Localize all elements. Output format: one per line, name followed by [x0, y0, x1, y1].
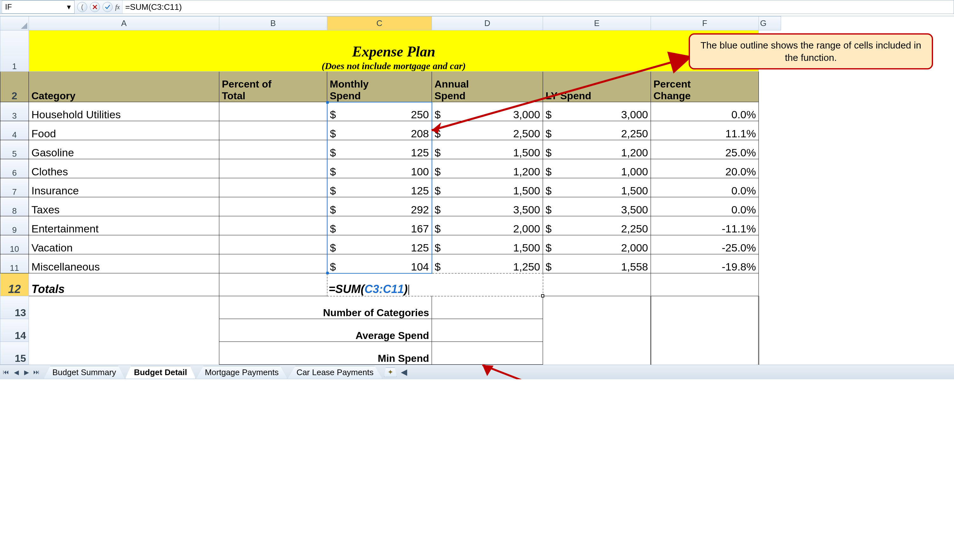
cell-D9[interactable]: $2,000	[432, 216, 543, 235]
header-percent-change[interactable]: Percent Change	[651, 72, 759, 102]
cell-A6[interactable]: Clothes	[29, 159, 219, 178]
label-num-categories[interactable]: Number of Categories	[219, 296, 432, 319]
cell-F8[interactable]: 0.0%	[651, 197, 759, 216]
row-head-4[interactable]: 4	[0, 121, 29, 140]
sheet-tab-budget-detail[interactable]: Budget Detail	[125, 366, 196, 379]
cell-C4[interactable]: $208	[327, 121, 432, 140]
header-category[interactable]: Category	[29, 72, 219, 102]
cell-C11[interactable]: $104	[327, 254, 432, 273]
cell-F5[interactable]: 25.0%	[651, 140, 759, 159]
cell-E7[interactable]: $1,500	[543, 178, 651, 197]
sheet-tab-budget-summary[interactable]: Budget Summary	[44, 366, 125, 379]
formula-enter-button[interactable]	[103, 2, 113, 12]
cell-E10[interactable]: $2,000	[543, 235, 651, 254]
formula-input[interactable]	[122, 0, 954, 14]
cell-B3[interactable]	[219, 102, 327, 121]
tab-nav-next[interactable]: ▶	[22, 367, 31, 377]
cell-F3[interactable]: 0.0%	[651, 102, 759, 121]
cell-B4[interactable]	[219, 121, 327, 140]
tab-nav-first[interactable]: ⏮	[1, 367, 11, 377]
cell-C5[interactable]: $125	[327, 140, 432, 159]
cell-A4[interactable]: Food	[29, 121, 219, 140]
cell-D3[interactable]: $3,000	[432, 102, 543, 121]
totals-label[interactable]: Totals	[29, 273, 219, 296]
fill-handle[interactable]	[541, 294, 544, 297]
name-box[interactable]: IF ▾	[2, 0, 75, 14]
header-annual-spend[interactable]: Annual Spend	[432, 72, 543, 102]
cell-D10[interactable]: $1,500	[432, 235, 543, 254]
header-monthly-spend[interactable]: Monthly Spend	[327, 72, 432, 102]
cell-A3[interactable]: Household Utilities	[29, 102, 219, 121]
row-head-12[interactable]: 12	[0, 273, 29, 296]
row-head-6[interactable]: 6	[0, 159, 29, 178]
col-head-F[interactable]: F	[651, 17, 759, 30]
sheet-tab-car-lease-payments[interactable]: Car Lease Payments	[288, 366, 382, 379]
cell-D11[interactable]: $1,250	[432, 254, 543, 273]
cell-E9[interactable]: $2,250	[543, 216, 651, 235]
cell-E4[interactable]: $2,250	[543, 121, 651, 140]
cell-D6[interactable]: $1,200	[432, 159, 543, 178]
sheet-tab-mortgage-payments[interactable]: Mortgage Payments	[196, 366, 287, 379]
row-head-10[interactable]: 10	[0, 235, 29, 254]
cell-F12[interactable]	[651, 273, 759, 296]
label-min-spend[interactable]: Min Spend	[219, 342, 432, 365]
cell-E5[interactable]: $1,200	[543, 140, 651, 159]
cell-B12[interactable]	[219, 273, 327, 296]
cell-A9[interactable]: Entertainment	[29, 216, 219, 235]
cell-C6[interactable]: $100	[327, 159, 432, 178]
cell-E11[interactable]: $1,558	[543, 254, 651, 273]
cell-C8[interactable]: $292	[327, 197, 432, 216]
header-percent-total[interactable]: Percent of Total	[219, 72, 327, 102]
cell-D8[interactable]: $3,500	[432, 197, 543, 216]
cell-D5[interactable]: $1,500	[432, 140, 543, 159]
cell-E8[interactable]: $3,500	[543, 197, 651, 216]
cell-A5[interactable]: Gasoline	[29, 140, 219, 159]
formula-paren-button[interactable]: (	[77, 2, 87, 12]
row-head-1[interactable]: 1	[0, 30, 29, 72]
cell-D7[interactable]: $1,500	[432, 178, 543, 197]
cell-A10[interactable]: Vacation	[29, 235, 219, 254]
cell-C9[interactable]: $167	[327, 216, 432, 235]
spreadsheet-grid[interactable]: A B C D E F G 1 Expense Plan (Does not i…	[0, 16, 781, 365]
cell-D15[interactable]	[432, 342, 543, 365]
name-box-dropdown-icon[interactable]: ▾	[65, 3, 72, 11]
row-head-13[interactable]: 13	[0, 296, 29, 319]
cell-C3[interactable]: $250	[327, 102, 432, 121]
tab-scroll-left[interactable]: ◀	[399, 367, 409, 377]
row-head-7[interactable]: 7	[0, 178, 29, 197]
cell-F6[interactable]: 20.0%	[651, 159, 759, 178]
insert-function-button[interactable]: fx	[115, 3, 120, 11]
formula-cancel-button[interactable]	[90, 2, 100, 12]
cell-F10[interactable]: -25.0%	[651, 235, 759, 254]
cell-A7[interactable]: Insurance	[29, 178, 219, 197]
col-head-D[interactable]: D	[432, 17, 543, 30]
tab-nav-last[interactable]: ⏭	[32, 367, 41, 377]
row-head-2[interactable]: 2	[0, 72, 29, 102]
cell-B6[interactable]	[219, 159, 327, 178]
active-cell-C12[interactable]: =SUM(C3:C11)	[327, 273, 543, 296]
header-ly-spend[interactable]: LY Spend	[543, 72, 651, 102]
cell-D4[interactable]: $2,500	[432, 121, 543, 140]
cell-E6[interactable]: $1,000	[543, 159, 651, 178]
cell-B8[interactable]	[219, 197, 327, 216]
cell-B11[interactable]	[219, 254, 327, 273]
cell-F11[interactable]: -19.8%	[651, 254, 759, 273]
cell-E12[interactable]	[543, 273, 651, 296]
row-head-9[interactable]: 9	[0, 216, 29, 235]
cell-B7[interactable]	[219, 178, 327, 197]
cell-A11[interactable]: Miscellaneous	[29, 254, 219, 273]
row-head-14[interactable]: 14	[0, 319, 29, 342]
cell-B9[interactable]	[219, 216, 327, 235]
new-sheet-button[interactable]: ✦	[384, 367, 397, 377]
cell-D14[interactable]	[432, 319, 543, 342]
col-head-A[interactable]: A	[29, 17, 219, 30]
col-head-E[interactable]: E	[543, 17, 651, 30]
row-head-8[interactable]: 8	[0, 197, 29, 216]
row-head-3[interactable]: 3	[0, 102, 29, 121]
row-head-11[interactable]: 11	[0, 254, 29, 273]
cell-E3[interactable]: $3,000	[543, 102, 651, 121]
row-head-5[interactable]: 5	[0, 140, 29, 159]
label-avg-spend[interactable]: Average Spend	[219, 319, 432, 342]
cell-C10[interactable]: $125	[327, 235, 432, 254]
cell-B10[interactable]	[219, 235, 327, 254]
